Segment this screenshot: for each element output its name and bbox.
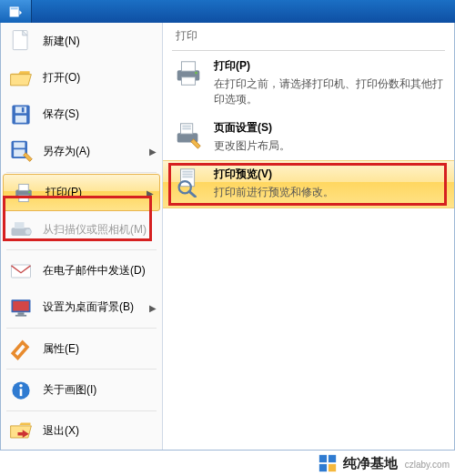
submenu-arrow-icon: ▶ [149,302,157,312]
menu-item-open[interactable]: 打开(O) [1,59,162,96]
panel-item-page-setup[interactable]: 页面设置(S) 更改图片布局。 [163,115,454,161]
svg-rect-19 [12,265,31,278]
svg-rect-42 [329,455,336,462]
separator [6,369,157,370]
exit-icon [8,419,34,444]
panel-item-print[interactable]: 打印(P) 在打印之前，请选择打印机、打印份数和其他打印选项。 [163,53,454,115]
svg-rect-28 [181,62,195,71]
svg-rect-44 [329,464,336,471]
separator [6,328,157,329]
svg-line-40 [189,192,196,197]
printer-icon [172,58,205,91]
scanner-icon [8,217,34,242]
svg-rect-29 [181,77,195,86]
panel-item-print-preview[interactable]: 打印预览(V) 打印前进行预览和修改。 [163,160,454,208]
email-icon [8,258,34,284]
separator [6,249,157,250]
menu-item-label: 退出(X) [43,423,79,439]
svg-rect-36 [182,171,192,173]
brand-logo-icon [318,453,338,473]
menu-item-label: 属性(E) [43,341,79,357]
menu-item-label: 新建(N) [43,34,80,49]
menu-item-about[interactable]: 关于画图(I) [1,371,162,408]
file-menu: 新建(N) 打开(O) 保存(S) 另存为(A) ▶ 打 [0,23,455,451]
brand-name: 纯净基地 [343,455,398,472]
brand-url: czlaby.com [405,460,450,470]
svg-rect-7 [15,116,26,123]
menu-item-new[interactable]: 新建(N) [1,23,162,59]
open-folder-icon [8,66,34,91]
svg-rect-13 [19,184,29,190]
submenu-arrow-icon: ▶ [149,147,157,157]
menu-item-save-as[interactable]: 另存为(A) ▶ [1,133,162,169]
watermark-footer: 纯净基地 czlaby.com [0,451,455,476]
menu-item-exit[interactable]: 退出(X) [1,413,162,450]
file-menu-right-panel: 打印 打印(P) 在打印之前，请选择打印机、打印份数和其他打印选项。 页面设置(… [163,23,454,450]
svg-rect-38 [182,177,192,178]
svg-rect-43 [319,464,327,471]
svg-point-26 [19,384,23,388]
menu-item-properties[interactable]: 属性(E) [1,330,162,367]
svg-rect-25 [20,389,23,396]
panel-item-title: 页面设置(S) [214,120,443,136]
svg-rect-21 [13,301,29,311]
panel-item-title: 打印预览(V) [214,167,443,182]
svg-rect-37 [182,174,192,176]
panel-item-desc: 在打印之前，请选择打印机、打印份数和其他打印选项。 [214,76,443,107]
file-menu-left-column: 新建(N) 打开(O) 保存(S) 另存为(A) ▶ 打 [1,23,163,450]
menu-item-print[interactable]: 打印(P) ▶ [3,174,160,211]
svg-rect-22 [18,312,25,315]
menu-item-label: 打开(O) [43,70,80,86]
svg-point-30 [195,72,197,75]
svg-rect-11 [14,150,25,157]
submenu-arrow-icon: ▶ [147,187,154,197]
menu-item-scanner: 从扫描仪或照相机(M) [1,211,162,248]
separator [6,410,157,411]
svg-rect-6 [15,106,26,113]
menu-item-label: 另存为(A) [43,144,90,159]
printer-icon [11,180,36,206]
page-setup-icon [172,120,205,153]
separator [6,172,157,173]
new-file-icon [8,28,34,54]
svg-rect-8 [22,107,25,112]
save-as-icon [8,138,34,164]
menu-item-label: 保存(S) [43,106,79,122]
info-icon [8,378,34,403]
svg-rect-34 [182,127,190,129]
svg-point-15 [28,191,30,193]
menu-item-label: 关于画图(I) [43,382,96,398]
menu-item-label: 从扫描仪或照相机(M) [43,222,147,238]
menu-item-wallpaper[interactable]: 设置为桌面背景(B) ▶ [1,289,162,326]
svg-rect-41 [319,455,327,462]
svg-marker-2 [19,10,22,15]
separator [172,50,445,51]
menu-item-save[interactable]: 保存(S) [1,96,162,133]
menu-item-label: 在电子邮件中发送(D) [43,263,146,279]
save-icon [8,102,34,127]
panel-item-title: 打印(P) [214,58,443,74]
svg-rect-14 [19,195,29,201]
app-menu-button[interactable] [0,0,32,23]
print-preview-icon [172,167,205,199]
svg-rect-33 [182,125,190,127]
panel-title: 打印 [163,23,454,46]
menu-item-label: 打印(P) [46,185,82,200]
svg-rect-17 [15,222,25,228]
svg-rect-23 [15,315,26,317]
panel-item-desc: 打印前进行预览和修改。 [214,185,443,200]
title-bar [0,0,455,23]
properties-icon [8,336,34,361]
wallpaper-icon [8,295,34,320]
svg-point-18 [25,228,31,235]
menu-item-email[interactable]: 在电子邮件中发送(D) [1,252,162,289]
svg-rect-10 [14,143,25,148]
svg-rect-1 [11,7,18,9]
menu-item-label: 设置为桌面背景(B) [43,299,134,315]
panel-item-desc: 更改图片布局。 [214,138,443,154]
